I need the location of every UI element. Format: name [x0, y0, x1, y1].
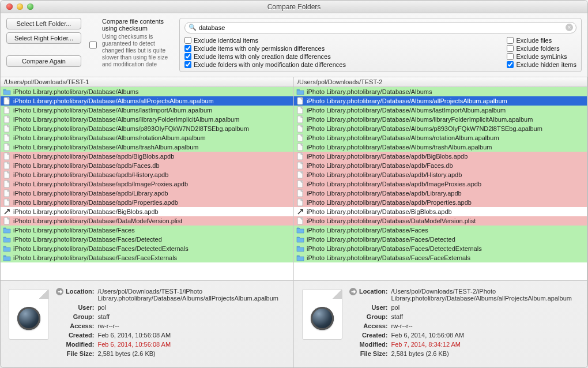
list-item-path: iPhoto Library.photolibrary/Database/Big…: [307, 208, 452, 215]
list-item[interactable]: iPhoto Library.photolibrary/Database/Alb…: [1, 133, 293, 142]
list-item[interactable]: iPhoto Library.photolibrary/Database/Alb…: [294, 133, 587, 142]
list-item-path: iPhoto Library.photolibrary/Database/Alb…: [13, 134, 206, 141]
list-item[interactable]: iPhoto Library.photolibrary/Database/apd…: [294, 152, 587, 161]
filter-checkbox[interactable]: [184, 37, 191, 44]
list-item-path: iPhoto Library.photolibrary/Database/apd…: [13, 181, 188, 187]
list-item[interactable]: iPhoto Library.photolibrary/Database/Alb…: [1, 96, 293, 106]
filter-exclude-created[interactable]: Exclude items with only creation date di…: [184, 53, 346, 60]
titlebar: Compare Folders: [1, 1, 587, 13]
list-item[interactable]: iPhoto Library.photolibrary/Database/Alb…: [294, 124, 587, 133]
window-title: Compare Folders: [1, 3, 587, 11]
list-item[interactable]: iPhoto Library.photolibrary/Database/Alb…: [1, 87, 293, 96]
reveal-icon[interactable]: ➜: [349, 288, 357, 295]
list-item[interactable]: iPhoto Library.photolibrary/Database/Alb…: [294, 115, 587, 124]
file-icon: [3, 125, 11, 133]
meta-key: File Size:: [56, 350, 97, 358]
list-item-path: iPhoto Library.photolibrary/Database/Alb…: [307, 88, 432, 95]
meta-key: Access:: [56, 322, 97, 331]
list-item[interactable]: iPhoto Library.photolibrary/Database/apd…: [1, 179, 293, 189]
list-item-path: iPhoto Library.photolibrary/Database/apd…: [307, 162, 453, 169]
list-item[interactable]: iPhoto Library.photolibrary/Database/Alb…: [294, 142, 587, 152]
file-icon: [3, 217, 11, 225]
file-icon: [296, 125, 304, 133]
list-item-path: iPhoto Library.photolibrary/Database/Alb…: [13, 107, 212, 114]
filter-exclude-symlinks[interactable]: Exclude symLinks: [507, 53, 576, 60]
list-item[interactable]: iPhoto Library.photolibrary/Database/Alb…: [294, 87, 587, 96]
filter-exclude-hidden[interactable]: Exclude hidden items: [507, 61, 576, 68]
search-input[interactable]: [184, 22, 576, 33]
meta-key: ➜Location:: [349, 288, 390, 303]
list-item[interactable]: iPhoto Library.photolibrary/Database/Dat…: [1, 216, 293, 226]
reveal-icon[interactable]: ➜: [56, 288, 63, 295]
list-item[interactable]: iPhoto Library.photolibrary/Database/apd…: [294, 170, 587, 179]
list-item-path: iPhoto Library.photolibrary/Database/apd…: [13, 153, 174, 160]
list-item[interactable]: iPhoto Library.photolibrary/Database/apd…: [1, 170, 293, 179]
list-item[interactable]: iPhoto Library.photolibrary/Database/Alb…: [1, 106, 293, 115]
filter-exclude-folders[interactable]: Exclude folders: [507, 45, 576, 52]
list-item[interactable]: iPhoto Library.photolibrary/Database/Fac…: [1, 226, 293, 235]
filter-checkbox[interactable]: [507, 53, 514, 60]
list-item[interactable]: iPhoto Library.photolibrary/Database/Big…: [1, 207, 293, 216]
list-item[interactable]: iPhoto Library.photolibrary/Database/Alb…: [294, 106, 587, 115]
filter-checkbox[interactable]: [184, 53, 191, 60]
list-item[interactable]: iPhoto Library.photolibrary/Database/apd…: [294, 179, 587, 189]
filter-label: Exclude folders with only modification d…: [194, 61, 346, 68]
right-file-list[interactable]: iPhoto Library.photolibrary/Database/Alb…: [294, 87, 587, 280]
list-item[interactable]: iPhoto Library.photolibrary/Database/Fac…: [294, 226, 587, 235]
file-icon: [3, 115, 11, 123]
filter-exclude-mod[interactable]: Exclude folders with only modification d…: [184, 61, 346, 68]
list-item-path: iPhoto Library.photolibrary/Database/Fac…: [13, 245, 189, 252]
list-item-path: iPhoto Library.photolibrary/Database/apd…: [307, 181, 481, 187]
list-item-path: iPhoto Library.photolibrary/Database/Dat…: [13, 217, 182, 224]
list-item-path: iPhoto Library.photolibrary/Database/Fac…: [307, 245, 482, 252]
meta-value: Feb 7, 2014, 8:34:12 AM: [391, 341, 578, 349]
file-icon: [296, 189, 304, 197]
list-item[interactable]: iPhoto Library.photolibrary/Database/apd…: [1, 198, 293, 207]
meta-value: /Users/pol/Downloads/TEST-2/iPhoto Libra…: [391, 288, 578, 303]
filter-exclude-identical[interactable]: Exclude identical items: [184, 37, 346, 44]
select-left-button[interactable]: Select Left Folder...: [6, 18, 81, 29]
list-item-path: iPhoto Library.photolibrary/Database/Fac…: [307, 254, 470, 261]
checksum-label: Compare file contents using checksum: [102, 18, 174, 32]
list-item[interactable]: iPhoto Library.photolibrary/Database/Fac…: [1, 235, 293, 244]
list-item[interactable]: iPhoto Library.photolibrary/Database/Alb…: [1, 115, 293, 124]
filter-label: Exclude folders: [516, 45, 559, 52]
filter-exclude-files[interactable]: Exclude files: [507, 37, 576, 44]
list-item[interactable]: iPhoto Library.photolibrary/Database/Alb…: [1, 124, 293, 133]
filter-checkbox[interactable]: [184, 45, 191, 52]
clear-search-icon[interactable]: ×: [566, 24, 573, 31]
list-item[interactable]: iPhoto Library.photolibrary/Database/apd…: [1, 189, 293, 198]
filter-checkbox[interactable]: [507, 61, 514, 68]
select-right-button[interactable]: Select Right Folder...: [6, 32, 81, 44]
checksum-checkbox[interactable]: [89, 20, 97, 70]
right-path-header[interactable]: /Users/pol/Downloads/TEST-2: [294, 77, 587, 87]
list-item[interactable]: iPhoto Library.photolibrary/Database/apd…: [1, 161, 293, 170]
file-icon: [296, 180, 304, 188]
filter-checkbox[interactable]: [507, 45, 514, 52]
list-item[interactable]: iPhoto Library.photolibrary/Database/apd…: [1, 152, 293, 161]
list-item[interactable]: iPhoto Library.photolibrary/Database/Alb…: [294, 96, 587, 106]
filter-label: Exclude files: [516, 37, 552, 44]
list-item[interactable]: iPhoto Library.photolibrary/Database/Fac…: [294, 244, 587, 253]
left-file-list[interactable]: iPhoto Library.photolibrary/Database/Alb…: [1, 87, 294, 280]
list-item[interactable]: iPhoto Library.photolibrary/Database/apd…: [294, 189, 587, 198]
list-item[interactable]: iPhoto Library.photolibrary/Database/Alb…: [1, 142, 293, 152]
meta-key: Group:: [56, 313, 97, 321]
file-icon: [296, 106, 304, 114]
list-item[interactable]: iPhoto Library.photolibrary/Database/apd…: [294, 161, 587, 170]
list-item[interactable]: iPhoto Library.photolibrary/Database/Dat…: [294, 216, 587, 226]
list-item[interactable]: iPhoto Library.photolibrary/Database/apd…: [294, 198, 587, 207]
list-item[interactable]: iPhoto Library.photolibrary/Database/Fac…: [294, 235, 587, 244]
filter-checkbox[interactable]: [184, 61, 191, 68]
list-item[interactable]: iPhoto Library.photolibrary/Database/Fac…: [294, 253, 587, 262]
left-path-header[interactable]: /Users/pol/Downloads/TEST-1: [1, 77, 294, 87]
file-icon: [3, 152, 11, 160]
filter-exclude-perm[interactable]: Exclude items with only permission diffe…: [184, 45, 346, 52]
list-item[interactable]: iPhoto Library.photolibrary/Database/Big…: [294, 207, 587, 216]
list-item[interactable]: iPhoto Library.photolibrary/Database/Fac…: [1, 253, 293, 262]
compare-again-button[interactable]: Compare Again: [6, 55, 81, 67]
camera-lens-icon: [311, 307, 334, 330]
list-item[interactable]: iPhoto Library.photolibrary/Database/Fac…: [1, 244, 293, 253]
folder-icon: [296, 226, 304, 234]
filter-checkbox[interactable]: [507, 37, 514, 44]
